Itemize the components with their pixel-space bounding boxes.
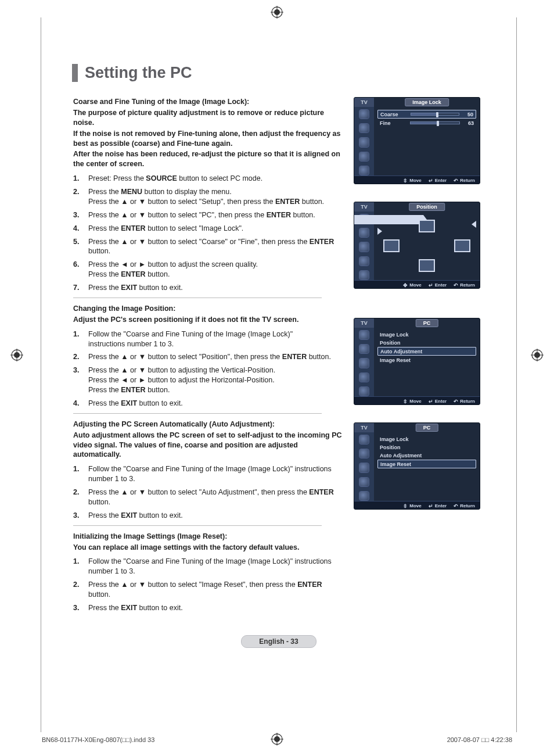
osd-icon [359, 477, 369, 487]
step-text: Press the ▲ or ▼ button to select "PC", … [88, 210, 342, 220]
osd-icon [359, 137, 369, 147]
osd-icon [359, 435, 369, 445]
step-text: Press the ▲ or ▼ button to select "Auto … [88, 488, 342, 507]
updown-icon: ⇳ [403, 178, 408, 184]
step-text: Press the EXIT button to exit. [88, 399, 342, 409]
updown-icon: ⇳ [403, 503, 408, 509]
osd-icon [359, 152, 369, 162]
section-a-head1: Coarse and Fine Tuning of the Image (Ima… [73, 97, 342, 107]
step-number: 6. [73, 260, 88, 280]
step-text: Press the ▲ or ▼ button to select "Posit… [88, 352, 342, 362]
step-item: 2.Press the ▲ or ▼ button to select "Pos… [73, 352, 342, 362]
osd-icon [359, 358, 369, 368]
step-number: 2. [73, 352, 88, 362]
footer-filename: BN68-01177H-X0Eng-0807(□□).indd 33 [42, 736, 154, 743]
step-item: 1.Preset: Press the SOURCE button to sel… [73, 174, 342, 184]
enter-icon: ↵ [429, 282, 433, 288]
osd-menu-item-label: Image Lock [380, 332, 409, 338]
step-text: Follow the "Coarse and Fine Tuning of th… [88, 329, 342, 349]
slider-fine [410, 121, 460, 124]
section-c-steps: 1.Follow the "Coarse and Fine Tuning of … [73, 464, 342, 520]
osd-row-coarse: Coarse 50 [377, 110, 476, 119]
osd-icon [359, 372, 369, 382]
step-item: 7.Press the EXIT button to exit. [73, 283, 342, 293]
osd-menu-item-label: Position [380, 445, 401, 450]
step-text: Press the MENU button to display the men… [88, 187, 342, 207]
divider [73, 525, 322, 526]
osd-menu-item-label: Auto Adjustment [380, 349, 422, 354]
section-auto-adjust: Adjusting the PC Screen Automatically (A… [73, 420, 342, 521]
position-diagram [374, 212, 480, 280]
step-number: 2. [73, 580, 88, 600]
osd-menu-item: Position [377, 443, 476, 451]
step-item: 1.Follow the "Coarse and Fine Tuning of … [73, 557, 342, 576]
divider [73, 298, 322, 298]
osd-sidebar-icons [354, 328, 374, 396]
osd-tv-label: TV [354, 318, 374, 328]
body-text-column: Coarse and Fine Tuning of the Image (Ima… [73, 97, 342, 618]
step-item: 3.Press the ▲ or ▼ button to adjusting t… [73, 366, 342, 395]
pos-box-right [454, 239, 470, 252]
step-number: 5. [73, 237, 88, 257]
section-a-head2: The purpose of picture quality adjustmen… [73, 108, 342, 128]
slider-coarse [411, 113, 459, 116]
section-c-head2: Auto adjustment allows the PC screen of … [73, 431, 342, 460]
step-item: 2.Press the ▲ or ▼ button to select "Ima… [73, 580, 342, 600]
osd1-title: Image Lock [405, 98, 449, 106]
step-item: 2.Press the MENU button to display the m… [73, 187, 342, 207]
osd-menu-item: Position [377, 339, 476, 346]
step-item: 6.Press the ◄ or ► button to adjust the … [73, 260, 342, 280]
step-item: 3.Press the EXIT button to exit. [73, 603, 342, 613]
section-a-head3: If the noise is not removed by Fine-tuni… [73, 129, 342, 149]
step-number: 3. [73, 603, 88, 613]
step-item: 3.Press the ▲ or ▼ button to select "PC"… [73, 210, 342, 220]
step-text: Follow the "Coarse and Fine Tuning of th… [88, 557, 342, 576]
step-number: 1. [73, 557, 88, 576]
osd-tv-label: TV [354, 202, 374, 212]
osd-icon [359, 449, 369, 458]
osd-icon [359, 166, 369, 175]
osd3-list: Image LockPositionAuto AdjustmentImage R… [374, 328, 480, 396]
step-text: Follow the "Coarse and Fine Tuning of th… [88, 464, 342, 484]
pos-box-left [383, 239, 400, 252]
step-text: Press the EXIT button to exit. [88, 283, 342, 293]
osd-icon [359, 256, 369, 266]
osd-menu-item-label: Image Reset [380, 461, 411, 467]
step-number: 3. [73, 366, 88, 395]
step-number: 3. [73, 511, 88, 521]
osd4-list: Image LockPositionAuto AdjustmentImage R… [374, 432, 480, 501]
osd-icon [359, 228, 369, 238]
step-number: 4. [73, 224, 88, 234]
step-number: 2. [73, 187, 88, 207]
osd-icon [359, 463, 369, 472]
step-text: Press the ENTER button to select "Image … [88, 224, 342, 234]
osd-sidebar-icons [354, 432, 374, 501]
osd-menu-item: Image Lock [377, 331, 476, 338]
osd-icon [359, 491, 369, 501]
osd-icon [359, 270, 369, 280]
enter-icon: ↵ [429, 399, 433, 404]
page-number: English - 33 [241, 635, 316, 648]
step-item: 2.Press the ▲ or ▼ button to select "Aut… [73, 488, 342, 507]
osd-tv-label: TV [354, 423, 374, 432]
return-icon: ↶ [454, 282, 458, 288]
arrow-up-icon [354, 215, 427, 220]
step-number: 1. [73, 464, 88, 484]
osd-sidebar-icons [354, 107, 374, 175]
osd-icon [359, 242, 369, 252]
osd3-title: PC [416, 319, 438, 327]
step-text: Press the EXIT button to exit. [88, 511, 342, 521]
section-c-head1: Adjusting the PC Screen Automatically (A… [73, 420, 342, 429]
page-frame: Setting the PC Coarse and Fine Tuning of… [41, 17, 517, 732]
page-title: Setting the PC [85, 64, 484, 82]
osd-icon [359, 344, 369, 354]
osd-footer: ⇳Move ↵Enter ↶Return [354, 396, 480, 405]
step-text: Press the ▲ or ▼ button to select "Coars… [88, 237, 342, 257]
step-number: 2. [73, 488, 88, 507]
step-item: 1.Follow the "Coarse and Fine Tuning of … [73, 464, 342, 484]
osd-footer: ✥Move ↵Enter ↶Return [354, 280, 480, 289]
step-text: Press the ◄ or ► button to adjust the sc… [88, 260, 342, 280]
move-icon: ✥ [403, 282, 408, 288]
osd-menu-item: Auto Adjustment [377, 347, 476, 356]
osd-menu-item: Image Lock [377, 435, 476, 443]
